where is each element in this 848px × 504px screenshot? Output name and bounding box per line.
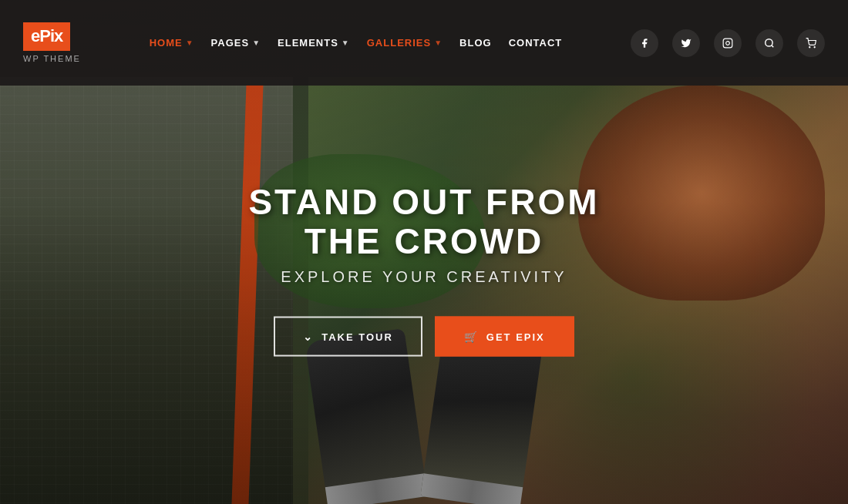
navbar: ePix WP THEME HOME ▼ PAGES ▼ ELEMENTS ▼ … — [0, 0, 848, 86]
nav-item-home: HOME ▼ — [143, 32, 200, 53]
nav-item-pages: PAGES ▼ — [205, 32, 267, 53]
cart-button-icon: 🛒 — [464, 331, 479, 343]
svg-rect-0 — [723, 39, 732, 48]
hero-buttons: ⌄ TAKE TOUR 🛒 GET EPIX — [212, 317, 636, 357]
nav-link-elements[interactable]: ELEMENTS ▼ — [271, 32, 356, 53]
chevron-home-icon: ▼ — [186, 39, 194, 47]
nav-link-home[interactable]: HOME ▼ — [143, 32, 200, 53]
nav-link-galleries[interactable]: GALLERIES ▼ — [361, 32, 449, 53]
facebook-icon[interactable] — [631, 29, 658, 57]
nav-link-blog[interactable]: BLOG — [453, 32, 498, 53]
chevron-elements-icon: ▼ — [342, 39, 350, 47]
hero-content: STAND OUT FROM THE CROWD EXPLORE YOUR CR… — [212, 183, 636, 357]
take-tour-button[interactable]: ⌄ TAKE TOUR — [274, 317, 422, 357]
logo-subtitle: WP THEME — [23, 54, 81, 63]
nav-link-pages[interactable]: PAGES ▼ — [205, 32, 267, 53]
nav-item-galleries: GALLERIES ▼ — [361, 32, 449, 53]
get-epix-button[interactable]: 🛒 GET EPIX — [435, 317, 574, 357]
nav-icons — [631, 29, 825, 57]
logo-icon: ePix — [23, 22, 70, 50]
svg-line-3 — [772, 45, 774, 47]
chevron-down-icon: ⌄ — [303, 331, 314, 343]
svg-point-2 — [766, 39, 772, 45]
twitter-icon[interactable] — [672, 29, 700, 57]
chevron-galleries-icon: ▼ — [434, 39, 443, 47]
nav-item-elements: ELEMENTS ▼ — [271, 32, 356, 53]
hero-subtitle: EXPLORE YOUR CREATIVITY — [212, 268, 636, 286]
search-nav-icon[interactable] — [755, 29, 783, 57]
nav-link-contact[interactable]: CONTACT — [503, 32, 569, 53]
instagram-icon[interactable] — [714, 29, 742, 57]
logo[interactable]: ePix WP THEME — [23, 22, 81, 62]
svg-point-5 — [814, 46, 815, 47]
svg-point-4 — [809, 46, 810, 47]
nav-links: HOME ▼ PAGES ▼ ELEMENTS ▼ GALLERIES ▼ BL — [143, 32, 569, 53]
chevron-pages-icon: ▼ — [252, 39, 261, 47]
nav-item-blog: BLOG — [453, 32, 498, 53]
cart-nav-icon[interactable] — [797, 29, 825, 57]
nav-item-contact: CONTACT — [503, 32, 569, 53]
hero-title: STAND OUT FROM THE CROWD — [212, 183, 636, 260]
